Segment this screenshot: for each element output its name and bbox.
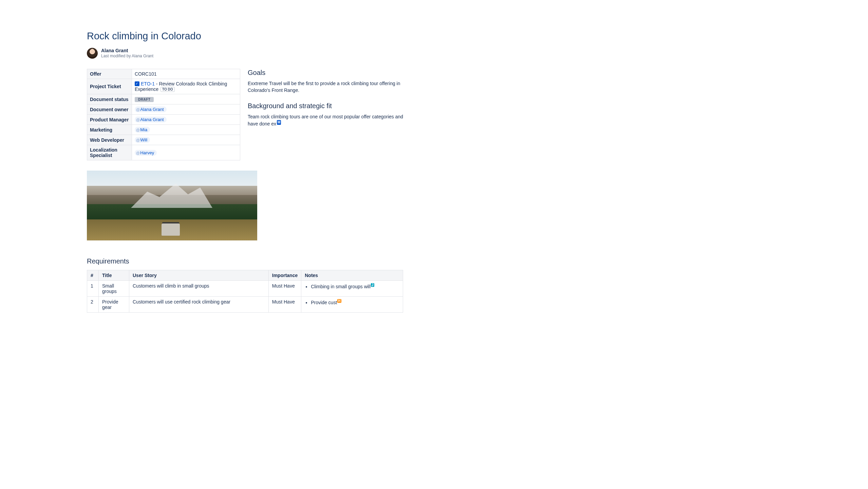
req-importance[interactable]: Must Have [268,281,301,297]
metadata-row: Document statusDRAFT [87,94,240,104]
metadata-value[interactable]: Mia [132,125,240,135]
metadata-row: Project TicketETO-1 - Review Colorado Ro… [87,79,240,94]
user-mention[interactable]: Will [135,137,150,143]
ticket-key[interactable]: ETO-1 [141,81,155,86]
collab-cursor-j: J [371,283,374,287]
table-row: 2Provide gearCustomers will use certifie… [87,297,403,313]
metadata-label: Document owner [87,104,132,115]
metadata-row: Document ownerAlana Grant [87,104,240,115]
req-col-header: Importance [268,270,301,281]
metadata-row: MarketingMia [87,125,240,135]
req-story[interactable]: Customers will use certified rock climbi… [129,297,269,313]
collab-cursor-h: H [337,299,341,303]
user-mention[interactable]: Harvey [135,150,157,156]
goals-heading: Goals [248,69,407,77]
metadata-row: Localization SpecialistHarvey [87,145,240,160]
user-mention[interactable]: Alana Grant [135,117,167,122]
req-col-header: User Story [129,270,269,281]
background-body[interactable]: Team rock climbing tours are one of our … [248,113,407,128]
req-col-header: # [87,270,99,281]
metadata-label: Localization Specialist [87,145,132,160]
page-title[interactable]: Rock climbing in Colorado [87,31,868,42]
metadata-table: OfferCORC101Project TicketETO-1 - Review… [87,69,240,160]
metadata-label: Product Manager [87,115,132,125]
metadata-label: Document status [87,94,132,104]
modified-by: Last modified by Alana Grant [101,54,153,58]
req-title[interactable]: Small groups [99,281,129,297]
req-num: 1 [87,281,99,297]
metadata-value[interactable]: Alana Grant [132,104,240,115]
metadata-row: Web DeveloperWill [87,135,240,145]
table-row: 1Small groupsCustomers will climb in sma… [87,281,403,297]
author-avatar[interactable] [87,48,98,59]
req-importance[interactable]: Must Have [268,297,301,313]
req-col-header: Notes [301,270,403,281]
metadata-row: OfferCORC101 [87,69,240,79]
hero-image[interactable] [87,171,257,240]
metadata-label: Marketing [87,125,132,135]
ticket-icon [135,81,139,86]
req-title[interactable]: Provide gear [99,297,129,313]
metadata-value[interactable]: Alana Grant [132,115,240,125]
req-notes[interactable]: Provide custH [301,297,403,313]
user-mention[interactable]: Mia [135,127,150,133]
author-name[interactable]: Alana Grant [101,48,153,54]
metadata-value[interactable]: Harvey [132,145,240,160]
user-mention[interactable]: Alana Grant [135,106,167,112]
collab-cursor-m: M [277,120,281,125]
req-num: 2 [87,297,99,313]
metadata-row: Product ManagerAlana Grant [87,115,240,125]
background-heading: Background and strategic fit [248,102,407,110]
req-notes[interactable]: Climbing in small groups willJ [301,281,403,297]
metadata-label: Offer [87,69,132,79]
status-lozenge: DRAFT [135,97,154,102]
ticket-status: TO DO [161,87,174,92]
metadata-value[interactable]: DRAFT [132,94,240,104]
requirements-heading: Requirements [87,257,868,265]
req-col-header: Title [99,270,129,281]
metadata-label: Project Ticket [87,79,132,94]
metadata-label: Web Developer [87,135,132,145]
req-story[interactable]: Customers will climb in small groups [129,281,269,297]
metadata-value[interactable]: CORC101 [132,69,240,79]
metadata-value[interactable]: ETO-1 - Review Colorado Rock Climbing Ex… [132,79,240,94]
byline: Alana Grant Last modified by Alana Grant [87,48,868,59]
document-page: Rock climbing in Colorado Alana Grant La… [0,0,868,313]
goals-body[interactable]: Exxtreme Travel will be the first to pro… [248,80,407,94]
requirements-table: #TitleUser StoryImportanceNotes 1Small g… [87,270,403,313]
metadata-value[interactable]: Will [132,135,240,145]
